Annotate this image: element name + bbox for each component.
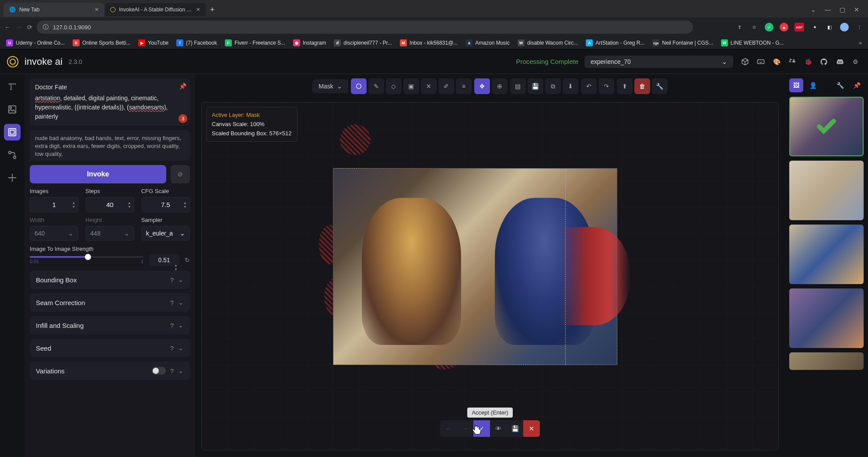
- sidepanel-icon[interactable]: ◧: [825, 23, 834, 32]
- new-tab-button[interactable]: +: [210, 5, 215, 14]
- bookmark-item[interactable]: MInbox - klk56831@...: [400, 39, 458, 46]
- pencil-tool-icon[interactable]: ✎: [368, 78, 384, 94]
- close-icon[interactable]: ✕: [94, 7, 99, 13]
- site-info-icon[interactable]: ⓘ: [43, 23, 49, 31]
- bookmark-item[interactable]: WLINE WEBTOON - G...: [721, 39, 784, 46]
- bug-icon[interactable]: 🐞: [802, 56, 814, 67]
- eye-icon[interactable]: 👁: [490, 420, 507, 437]
- bookmark-item[interactable]: BOnline Sports Betti...: [73, 39, 130, 46]
- bookmark-item[interactable]: cgsNeil Fontaine | CGS...: [652, 39, 713, 46]
- close-icon[interactable]: ✕: [196, 7, 200, 13]
- cube-icon[interactable]: [739, 56, 751, 67]
- height-select[interactable]: 448⌄: [85, 226, 134, 241]
- i2i-value-input[interactable]: 0.51▲▼: [149, 254, 179, 266]
- info-icon[interactable]: ?: [170, 276, 174, 284]
- bookmark-item[interactable]: ▶YouTube: [138, 39, 168, 46]
- prompt-input[interactable]: 📌 Doctor Fate artstation, detailed, digi…: [30, 78, 190, 126]
- pin-icon[interactable]: 📌: [179, 82, 186, 91]
- copy-icon[interactable]: ⧉: [545, 78, 561, 94]
- settings-tool-icon[interactable]: 🔧: [652, 78, 668, 94]
- delete-icon[interactable]: 🗑: [634, 78, 650, 94]
- gallery-thumb[interactable]: [789, 225, 864, 284]
- stepper-icon[interactable]: ▲▼: [72, 201, 75, 209]
- language-icon[interactable]: [787, 56, 798, 67]
- accept-button[interactable]: ✓: [473, 420, 490, 437]
- steps-input[interactable]: 40▲▼: [85, 197, 134, 212]
- eyedropper-icon[interactable]: ✐: [438, 78, 454, 94]
- maximize-icon[interactable]: ▢: [840, 6, 845, 13]
- gallery-user-tab[interactable]: 👤: [806, 78, 820, 92]
- star-icon[interactable]: ☆: [750, 23, 759, 32]
- info-icon[interactable]: ?: [170, 345, 174, 352]
- transform-tool-icon[interactable]: ⊕: [492, 78, 508, 94]
- txt2img-mode-icon[interactable]: [4, 78, 21, 95]
- keyboard-icon[interactable]: [755, 56, 766, 67]
- info-icon[interactable]: ?: [170, 367, 174, 375]
- github-icon[interactable]: [818, 56, 830, 67]
- canvas-viewport[interactable]: Active Layer: Mask Canvas Scale: 100% Sc…: [201, 102, 779, 450]
- reload-button[interactable]: ⟳: [27, 24, 32, 31]
- browser-tab-active[interactable]: InvokeAI - A Stable Diffusion Toolkit ✕: [105, 3, 206, 16]
- bookmark-item[interactable]: f(7) Facebook: [176, 39, 217, 46]
- prev-icon[interactable]: ←: [440, 420, 457, 437]
- bookmark-item[interactable]: AArtStation - Greg R...: [586, 39, 644, 46]
- generated-image[interactable]: [333, 168, 617, 365]
- forward-button[interactable]: →: [16, 24, 22, 31]
- extension-icon[interactable]: ▲: [780, 23, 788, 32]
- info-icon[interactable]: ?: [170, 322, 174, 329]
- gallery-thumb[interactable]: [789, 97, 864, 156]
- gallery-images-tab[interactable]: 🖼: [789, 78, 803, 92]
- browser-tab[interactable]: 🌐 New Tab ✕: [4, 3, 104, 17]
- model-select[interactable]: experience_70 ⌄: [584, 56, 733, 68]
- list-icon[interactable]: ≡: [456, 78, 472, 94]
- redo-icon[interactable]: ↷: [598, 78, 614, 94]
- cancel-button[interactable]: ⊘: [171, 165, 190, 183]
- infill-scaling-section[interactable]: Infill and Scaling?⌄: [30, 316, 190, 334]
- images-input[interactable]: 1▲▼: [30, 197, 78, 212]
- clear-tool-icon[interactable]: ✕: [421, 78, 437, 94]
- discord-icon[interactable]: [834, 56, 845, 67]
- stepper-icon[interactable]: ▲▼: [183, 201, 187, 209]
- menu-icon[interactable]: ⋮: [855, 23, 864, 32]
- minimize-icon[interactable]: —: [825, 6, 831, 13]
- gallery-settings-icon[interactable]: 🔧: [833, 78, 847, 92]
- share-icon[interactable]: ⇪: [735, 23, 744, 32]
- bookmark-item[interactable]: ◉Instagram: [293, 39, 326, 46]
- save-icon[interactable]: 💾: [528, 78, 543, 94]
- gallery-pin-icon[interactable]: 📌: [850, 78, 864, 92]
- gallery-thumb[interactable]: [789, 352, 864, 370]
- sampler-select[interactable]: k_euler_a⌄: [141, 226, 190, 241]
- url-input[interactable]: ⓘ 127.0.0.1:9090: [37, 21, 693, 34]
- abp-extension-icon[interactable]: ABP: [794, 23, 804, 32]
- stepper-icon[interactable]: ▲▼: [174, 264, 178, 271]
- variations-toggle[interactable]: [152, 367, 166, 375]
- move-tool-icon[interactable]: ✥: [474, 78, 490, 94]
- gallery-thumb[interactable]: [789, 288, 864, 348]
- undo-icon[interactable]: ↶: [581, 78, 597, 94]
- brush-tool-icon[interactable]: [351, 78, 367, 94]
- layers-icon[interactable]: ▤: [510, 78, 526, 94]
- save-stage-icon[interactable]: 💾: [507, 420, 523, 437]
- eraser-tool-icon[interactable]: ◇: [386, 78, 402, 94]
- upload-icon[interactable]: ⬆: [617, 78, 633, 94]
- seam-correction-section[interactable]: Seam Correction?⌄: [30, 293, 190, 312]
- next-icon[interactable]: →: [457, 420, 473, 437]
- i2i-slider[interactable]: [30, 256, 144, 258]
- width-select[interactable]: 640⌄: [30, 226, 78, 241]
- discard-button[interactable]: ✕: [523, 420, 540, 437]
- seed-section[interactable]: Seed?⌄: [30, 339, 190, 357]
- bookmark-item[interactable]: FFiverr - Freelance S...: [225, 39, 285, 46]
- img2img-mode-icon[interactable]: [4, 101, 21, 118]
- fill-tool-icon[interactable]: ▣: [403, 78, 419, 94]
- download-icon[interactable]: ⬇: [563, 78, 578, 94]
- chevron-down-icon[interactable]: ⌄: [811, 6, 816, 13]
- reset-icon[interactable]: ↻: [185, 257, 190, 264]
- nodes-mode-icon[interactable]: [4, 147, 21, 163]
- negative-prompt-input[interactable]: nude bad anatomy, bad hands, text, error…: [30, 130, 190, 161]
- stepper-icon[interactable]: ▲▼: [128, 201, 131, 209]
- variations-section[interactable]: Variations?⌄: [30, 362, 190, 380]
- training-mode-icon[interactable]: [4, 169, 21, 186]
- info-icon[interactable]: ?: [170, 299, 174, 306]
- cfg-input[interactable]: 7.5▲▼: [141, 197, 190, 212]
- gallery-thumb[interactable]: [789, 161, 864, 220]
